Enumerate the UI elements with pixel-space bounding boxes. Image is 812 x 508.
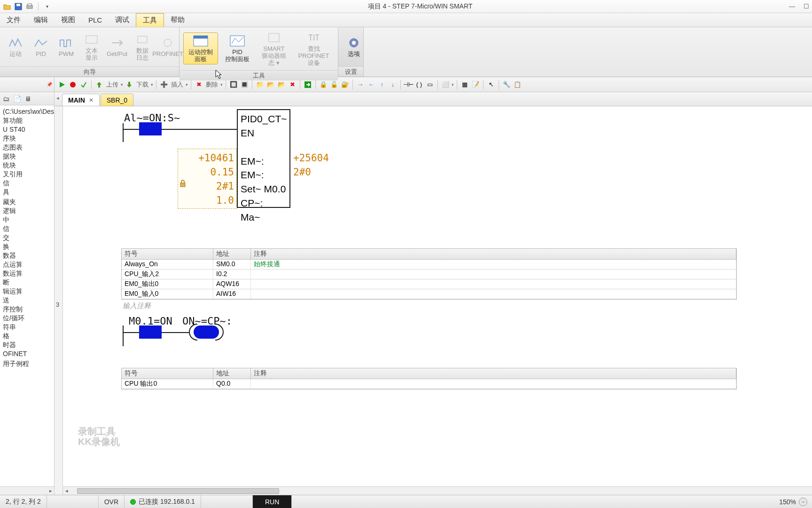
tree-node[interactable]: 格 (1, 332, 54, 341)
ribbon-datalog[interactable]: 数据日志 (131, 31, 154, 63)
tree-content[interactable]: (C:\Users\wx\Deskt… 算功能U ST40序块态图表据块统块叉引… (0, 105, 54, 368)
network-comment[interactable]: 输入注释 (123, 302, 151, 310)
coil-energized[interactable] (189, 324, 224, 341)
tree-node[interactable]: 逻辑 (1, 206, 54, 215)
tb-clipboard-icon[interactable]: 📋 (513, 80, 522, 89)
minimize-button[interactable]: — (789, 3, 795, 10)
menu-debug[interactable]: 调试 (109, 13, 136, 27)
compile-button[interactable] (79, 80, 88, 89)
menu-file[interactable]: 文件 (0, 13, 27, 27)
scroll-thumb[interactable] (77, 488, 279, 494)
canvas-hscroll[interactable]: ◂ (63, 486, 812, 495)
download-arrow-icon[interactable] (125, 80, 134, 89)
ribbon-motion-panel[interactable]: 运动控制面板 (183, 32, 218, 64)
contact-energized[interactable] (139, 122, 162, 135)
contact-energized[interactable] (139, 325, 162, 339)
delete-label[interactable]: 删除 (205, 80, 219, 89)
tree-node[interactable]: 中 (1, 215, 54, 224)
stop-button[interactable] (68, 80, 78, 89)
qat-dropdown-icon[interactable]: ▾ (43, 2, 51, 11)
tree-node[interactable]: 叉引用 (1, 170, 54, 179)
table-row[interactable]: EM0_输入0AIW16 (122, 289, 736, 299)
tree-node[interactable]: 数运算 (1, 269, 54, 278)
tree-node[interactable]: 用子例程 (1, 359, 54, 368)
tb-lock-icon[interactable]: 🔓 (329, 80, 339, 89)
col-header-symbol[interactable]: 符号 (122, 249, 213, 259)
tree-node[interactable]: U ST40 (1, 125, 54, 134)
tree-node[interactable]: 位/循环 (1, 314, 54, 323)
tree-path[interactable]: (C:\Users\wx\Deskt… (1, 107, 54, 116)
tree-node[interactable]: 统块 (1, 161, 54, 170)
table-row[interactable]: CPU 输出0 Q0.0 (122, 379, 736, 389)
tree-node[interactable]: 序块 (1, 134, 54, 143)
list-view-icon[interactable]: 📄 (13, 95, 21, 103)
tb-icon[interactable]: 🔲 (229, 80, 238, 89)
ladder-canvas[interactable]: 3 Al~=ON:S~ PID0_CT~ EN EM~: EM~: Set~ M… (55, 106, 812, 495)
tab-sbr0[interactable]: SBR_0 (101, 94, 133, 106)
ribbon-textdisplay[interactable]: 文本显示 (80, 31, 103, 63)
col-header-comment[interactable]: 注释 (251, 249, 736, 259)
menu-tools[interactable]: 工具 (136, 13, 164, 27)
open-icon[interactable] (3, 2, 11, 11)
table-row[interactable]: EM0_输出0AQW16 (122, 279, 736, 289)
ribbon-find-profinet[interactable]: 查找PROFINET 设备 (293, 29, 334, 68)
col-header-symbol[interactable]: 符号 (122, 368, 213, 379)
pin-icon[interactable]: 📌 (47, 82, 52, 87)
tree-node[interactable]: 据块 (1, 152, 54, 161)
tb-arrow-icon[interactable]: → (356, 80, 365, 89)
function-block-pid[interactable]: PID0_CT~ EN EM~: EM~: Set~ M0.0 CP~: Ma~ (237, 109, 290, 208)
ribbon-options[interactable]: 选项 (342, 34, 366, 59)
tb-go-icon[interactable] (303, 80, 312, 89)
tb-contact-icon[interactable]: ⊣⊢ (404, 80, 413, 89)
delete-icon[interactable]: ✖ (194, 80, 203, 89)
ribbon-pid[interactable]: PID (29, 34, 53, 59)
tree-node[interactable]: 点运算 (1, 260, 54, 269)
tab-scroll-left[interactable]: ◂ (56, 95, 59, 101)
tb-arrow-icon[interactable]: ↑ (377, 80, 387, 89)
insert-label[interactable]: 插入 (170, 80, 184, 89)
tb-folder-icon[interactable]: 📂 (266, 80, 275, 89)
tree-node[interactable]: 辑运算 (1, 287, 54, 296)
menu-view[interactable]: 视图 (55, 13, 82, 27)
tree-node[interactable]: 藏夹 (1, 198, 54, 206)
tree-node[interactable]: 信 (1, 179, 54, 188)
tb-edit-icon[interactable]: 📝 (471, 80, 480, 89)
symbol-table[interactable]: 符号 地址 注释 Always_OnSM0.0始终接通CPU_输入2I0.2EM… (121, 248, 737, 300)
tb-coil-icon[interactable]: ( ) (414, 80, 424, 89)
col-header-address[interactable]: 地址 (213, 249, 251, 259)
menu-edit[interactable]: 编辑 (27, 13, 55, 27)
upload-arrow-icon[interactable] (94, 80, 104, 89)
tb-arrow-icon[interactable]: ↓ (388, 80, 398, 89)
tb-close-icon[interactable]: ✖ (288, 80, 297, 89)
tb-folder-icon[interactable]: 📂 (277, 80, 286, 89)
ribbon-profinet[interactable]: PROFINET (156, 34, 180, 59)
tb-grid-icon[interactable]: ▦ (460, 80, 469, 89)
table-row[interactable]: Always_OnSM0.0始终接通 (122, 260, 736, 270)
save-icon[interactable] (14, 2, 23, 11)
ribbon-getput[interactable]: Get/Put (105, 34, 129, 59)
run-button[interactable] (57, 80, 67, 89)
ribbon-pwm[interactable]: PWM (55, 34, 78, 59)
table-row[interactable]: CPU_输入2I0.2 (122, 270, 736, 279)
tree-node[interactable]: OFINET (1, 349, 54, 358)
tree-node[interactable]: 时器 (1, 341, 54, 349)
tb-box-icon[interactable]: ▭ (425, 80, 435, 89)
maximize-button[interactable]: ☐ (804, 3, 809, 10)
zoom-out-button[interactable]: − (799, 498, 807, 506)
tree-node[interactable]: 交 (1, 233, 54, 242)
download-label[interactable]: 下载 (135, 80, 149, 89)
tree-node[interactable]: 断 (1, 278, 54, 287)
close-icon[interactable]: ✕ (89, 97, 94, 103)
menu-plc[interactable]: PLC (82, 13, 109, 27)
ribbon-pid-panel[interactable]: PID控制面板 (220, 32, 255, 64)
tb-arrow-icon[interactable]: ← (367, 80, 376, 89)
insert-icon[interactable]: ➕ (159, 80, 169, 89)
tree-node[interactable]: 符串 (1, 323, 54, 332)
tb-pointer-icon[interactable]: ↖ (486, 80, 496, 89)
tree-node[interactable]: 态图表 (1, 143, 54, 152)
tree-node[interactable]: 信 (1, 224, 54, 233)
ribbon-motion[interactable]: 运动 (4, 34, 27, 59)
tb-folder-icon[interactable]: 📁 (255, 80, 265, 89)
tb-lock-icon[interactable]: 🔐 (340, 80, 350, 89)
tb-lock-icon[interactable]: 🔒 (319, 80, 328, 89)
